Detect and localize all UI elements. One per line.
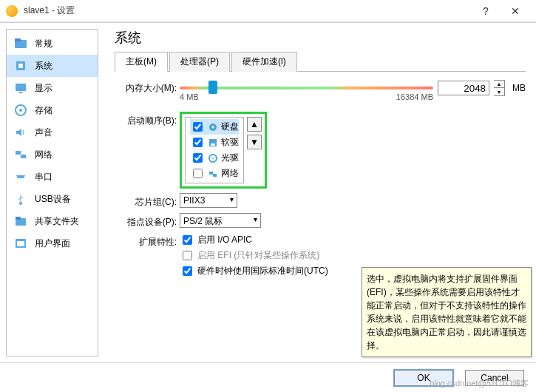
pointing-label: 指点设备(P): bbox=[115, 213, 180, 229]
sidebar-item-system[interactable]: 系统 bbox=[7, 55, 98, 77]
svg-rect-4 bbox=[16, 84, 26, 91]
boot-check-hdd[interactable] bbox=[193, 122, 203, 132]
svg-rect-9 bbox=[21, 155, 26, 158]
boot-check-optical[interactable] bbox=[193, 153, 203, 163]
boot-item-optical[interactable]: 光驱 bbox=[190, 150, 239, 166]
boot-item-floppy[interactable]: 软驱 bbox=[190, 135, 239, 150]
svg-rect-18 bbox=[211, 143, 215, 146]
chevron-up-icon: ▲ bbox=[250, 119, 259, 129]
tab-motherboard[interactable]: 主板(M) bbox=[115, 52, 168, 72]
memory-label: 内存大小(M): bbox=[115, 79, 180, 95]
svg-rect-5 bbox=[19, 92, 22, 93]
boot-check-floppy[interactable] bbox=[193, 138, 203, 147]
share-icon bbox=[14, 214, 27, 228]
title-bar: slave1 - 设置 ? ✕ bbox=[0, 0, 536, 22]
chk-efi[interactable]: 启用 EFI (只针对某些操作系统) bbox=[180, 249, 328, 263]
network-icon bbox=[14, 148, 27, 161]
chipset-label: 芯片组(C): bbox=[115, 193, 180, 209]
serial-icon bbox=[14, 170, 27, 183]
svg-point-20 bbox=[212, 158, 214, 159]
chipset-select[interactable]: PIIX3 bbox=[180, 193, 237, 208]
extended-label: 扩展特性: bbox=[115, 233, 180, 249]
svg-rect-21 bbox=[209, 172, 213, 175]
tooltip: 选中，虚拟电脑内将支持扩展固件界面 (EFI)，某些操作系统需要启用该特性才能正… bbox=[362, 267, 532, 357]
sidebar-item-label: 系统 bbox=[35, 60, 52, 72]
chip-icon bbox=[14, 59, 27, 72]
net-icon bbox=[208, 169, 218, 179]
sidebar-item-storage[interactable]: 存储 bbox=[7, 99, 98, 121]
memory-input[interactable] bbox=[438, 81, 489, 95]
boot-order-label: 启动顺序(B): bbox=[115, 112, 180, 127]
chevron-down-icon: ▼ bbox=[250, 137, 259, 147]
sidebar-item-label: 显示 bbox=[35, 82, 52, 95]
boot-item-net[interactable]: 网络 bbox=[190, 166, 239, 181]
hdd-icon bbox=[208, 122, 218, 132]
svg-rect-12 bbox=[16, 217, 21, 220]
speaker-icon bbox=[14, 126, 27, 139]
app-icon bbox=[6, 5, 18, 17]
sidebar-item-sound[interactable]: 声音 bbox=[7, 121, 98, 143]
svg-rect-3 bbox=[18, 64, 23, 68]
sidebar-item-label: USB设备 bbox=[35, 193, 71, 206]
tab-acceleration[interactable]: 硬件加速(l) bbox=[231, 52, 297, 72]
svg-point-7 bbox=[19, 109, 22, 112]
boot-order-list[interactable]: 硬盘 软驱 光驱 bbox=[185, 117, 244, 183]
floppy-icon bbox=[208, 138, 218, 148]
disk-icon bbox=[14, 104, 27, 117]
svg-rect-14 bbox=[17, 241, 24, 246]
sidebar-item-display[interactable]: 显示 bbox=[7, 77, 98, 99]
ok-button[interactable]: OK bbox=[394, 370, 453, 386]
chk-ioapic[interactable]: 启用 I/O APIC bbox=[180, 233, 328, 247]
sidebar-item-label: 用户界面 bbox=[35, 237, 70, 250]
memory-min: 4 MB bbox=[180, 92, 199, 101]
cancel-button[interactable]: Cancel bbox=[465, 370, 524, 386]
sidebar-item-label: 网络 bbox=[35, 149, 52, 161]
memory-unit: MB bbox=[512, 83, 526, 93]
sidebar-item-serial[interactable]: 串口 bbox=[7, 166, 98, 188]
sidebar-item-network[interactable]: 网络 bbox=[7, 143, 98, 166]
svg-rect-1 bbox=[15, 38, 21, 41]
sidebar-item-ui[interactable]: 用户界面 bbox=[7, 232, 98, 254]
sidebar-item-label: 串口 bbox=[35, 171, 52, 183]
button-bar: OK Cancel bbox=[0, 362, 536, 392]
svg-point-10 bbox=[19, 202, 22, 205]
boot-check-net[interactable] bbox=[193, 169, 203, 178]
page-title: 系统 bbox=[115, 29, 526, 47]
svg-point-16 bbox=[212, 126, 214, 128]
svg-rect-8 bbox=[16, 151, 21, 155]
sidebar-item-label: 常规 bbox=[35, 38, 52, 50]
svg-rect-22 bbox=[213, 174, 217, 177]
boot-item-hdd[interactable]: 硬盘 bbox=[190, 119, 239, 135]
tab-bar: 主板(M) 处理器(P) 硬件加速(l) bbox=[115, 51, 526, 72]
sidebar-item-label: 声音 bbox=[35, 126, 52, 139]
memory-slider[interactable]: 4 MB 16384 MB bbox=[180, 79, 433, 97]
usb-icon bbox=[14, 192, 27, 206]
boot-up-button[interactable]: ▲ bbox=[247, 117, 262, 132]
sidebar-item-label: 存储 bbox=[35, 104, 52, 117]
tab-processor[interactable]: 处理器(P) bbox=[169, 52, 230, 72]
sidebar-item-share[interactable]: 共享文件夹 bbox=[7, 210, 98, 232]
sidebar-item-general[interactable]: 常规 bbox=[7, 33, 98, 55]
boot-item-label: 光驱 bbox=[221, 152, 239, 164]
chk-utc[interactable]: 硬件时钟使用国际标准时间(UTC) bbox=[180, 264, 328, 278]
folder-icon bbox=[14, 37, 27, 50]
monitor-icon bbox=[14, 81, 27, 95]
sidebar-item-usb[interactable]: USB设备 bbox=[7, 188, 98, 210]
memory-stepper[interactable]: ▲▼ bbox=[494, 80, 505, 96]
boot-order-group: 硬盘 软驱 光驱 bbox=[180, 112, 267, 189]
help-button[interactable]: ? bbox=[471, 0, 501, 22]
optical-icon bbox=[208, 153, 218, 163]
boot-item-label: 硬盘 bbox=[221, 121, 239, 133]
close-button[interactable]: ✕ bbox=[501, 0, 530, 22]
sidebar-item-label: 共享文件夹 bbox=[35, 215, 79, 228]
boot-down-button[interactable]: ▼ bbox=[247, 135, 262, 149]
window-title: slave1 - 设置 bbox=[24, 4, 75, 17]
boot-item-label: 网络 bbox=[221, 167, 239, 180]
boot-item-label: 软驱 bbox=[221, 136, 239, 149]
pointing-select[interactable]: PS/2 鼠标 bbox=[180, 213, 261, 228]
ui-icon bbox=[14, 237, 27, 250]
memory-max: 16384 MB bbox=[396, 92, 433, 101]
sidebar: 常规 系统 显示 存储 声音 网络 串口 USB设备 bbox=[6, 29, 98, 356]
